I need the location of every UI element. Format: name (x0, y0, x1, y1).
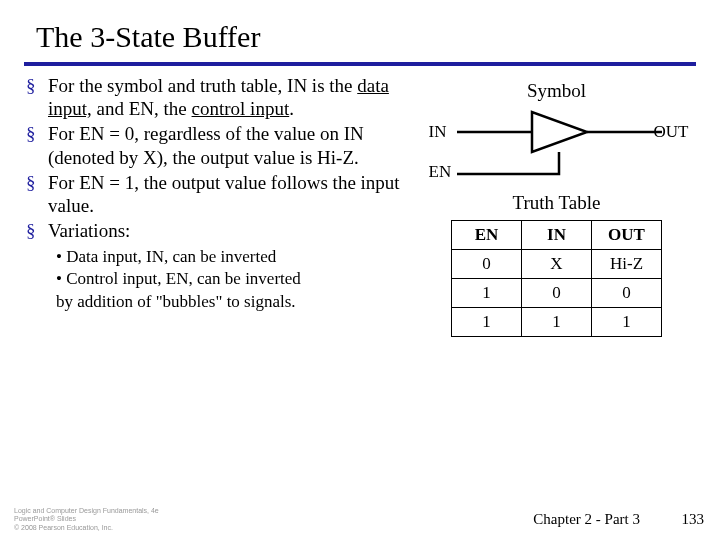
label-in: IN (429, 122, 447, 142)
footer-copyright: Logic and Computer Design Fundamentals, … (14, 507, 159, 532)
b1-pre: For the symbol and truth table, IN is th… (48, 75, 357, 96)
cell: X (522, 250, 592, 279)
page-title: The 3-State Buffer (0, 0, 720, 62)
sub-bullets: • Data input, IN, can be inverted • Cont… (56, 246, 405, 312)
bullet-list: For the symbol and truth table, IN is th… (22, 74, 405, 242)
left-column: For the symbol and truth table, IN is th… (10, 74, 405, 337)
th-out: OUT (592, 221, 662, 250)
footer-page: 133 (682, 511, 705, 528)
b1-u2: control input (192, 98, 290, 119)
cell: 0 (522, 279, 592, 308)
buffer-svg-icon (427, 104, 687, 184)
bullet-2: For EN = 0, regardless of the value on I… (22, 122, 405, 168)
cell: 0 (592, 279, 662, 308)
title-rule (24, 62, 696, 66)
svg-marker-1 (532, 112, 587, 152)
th-en: EN (452, 221, 522, 250)
truth-table: EN IN OUT 0 X Hi-Z 1 0 0 1 1 1 (451, 220, 662, 337)
b1-post: . (289, 98, 294, 119)
truth-table-label: Truth Table (411, 192, 702, 214)
sub-3: by addition of "bubbles" to signals. (56, 291, 405, 312)
label-en: EN (429, 162, 452, 182)
symbol-label: Symbol (411, 80, 702, 102)
footer-chapter: Chapter 2 - Part 3 (533, 511, 640, 528)
cell: 1 (522, 308, 592, 337)
table-row: 1 1 1 (452, 308, 662, 337)
table-row: EN IN OUT (452, 221, 662, 250)
bullet-3: For EN = 1, the output value follows the… (22, 171, 405, 217)
cell: 1 (452, 279, 522, 308)
th-in: IN (522, 221, 592, 250)
buffer-symbol: IN OUT EN (427, 104, 687, 184)
bullet-4: Variations: (22, 219, 405, 242)
copy-1: Logic and Computer Design Fundamentals, … (14, 507, 159, 515)
cell: 1 (592, 308, 662, 337)
copy-2: PowerPoint® Slides (14, 515, 159, 523)
table-row: 0 X Hi-Z (452, 250, 662, 279)
copy-3: © 2008 Pearson Education, Inc. (14, 524, 159, 532)
table-row: 1 0 0 (452, 279, 662, 308)
right-column: Symbol IN OUT EN Truth Table EN IN OUT 0… (405, 74, 702, 337)
label-out: OUT (654, 122, 689, 142)
bullet-1: For the symbol and truth table, IN is th… (22, 74, 405, 120)
b1-mid: and EN, the (92, 98, 192, 119)
content-area: For the symbol and truth table, IN is th… (0, 74, 720, 337)
cell: 0 (452, 250, 522, 279)
sub-1: • Data input, IN, can be inverted (56, 246, 405, 267)
cell: 1 (452, 308, 522, 337)
cell: Hi-Z (592, 250, 662, 279)
sub-2: • Control input, EN, can be inverted (56, 268, 405, 289)
